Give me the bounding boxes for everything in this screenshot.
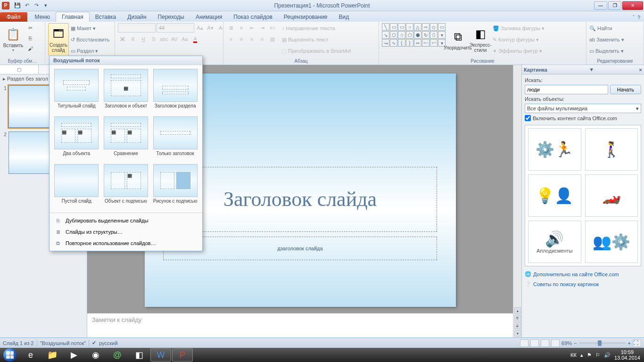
taskpane-dropdown-icon[interactable]: ▾ [590,66,593,73]
reading-view-icon[interactable] [541,339,549,347]
taskbar-explorer-icon[interactable]: 📁 [42,348,63,362]
normal-view-icon[interactable] [520,339,528,347]
bold-icon[interactable]: Ж [118,34,127,44]
start-button[interactable] [0,348,20,362]
clip-item[interactable]: 👥⚙️ [585,221,638,263]
status-language[interactable]: русский [99,340,117,346]
scroll-down-icon[interactable]: ▾ [514,330,521,337]
reuse-slides-item[interactable]: ⧉Повторное использование слайдов… [50,238,202,249]
search-go-button[interactable]: Начать [610,85,641,94]
taskbar-ie-icon[interactable]: e [20,348,41,362]
layout-picture-caption[interactable]: Рисунок с подписью [152,164,198,209]
maximize-button[interactable]: ❐ [608,1,621,10]
tray-flag-icon[interactable]: ▴ [580,352,583,358]
zoom-out-icon[interactable]: − [574,340,577,346]
next-slide-icon[interactable]: ⇊ [514,322,521,329]
line-spacing-icon[interactable]: ≡↕ [268,23,277,33]
shape-effects-button[interactable]: ✦Эффекты фигур ▾ [493,46,545,56]
taskbar-chrome-icon[interactable]: ◉ [85,348,106,362]
layout-comparison[interactable]: ▦▦Сравнение [103,116,149,161]
find-button[interactable]: 🔍Найти [589,23,624,33]
smartart-button[interactable]: ⬚Преобразовать в SmartArt [282,46,351,56]
tab-insert[interactable]: Вставка [90,12,122,22]
tab-home[interactable]: Главная [56,12,90,22]
objects-select[interactable]: Все файлы мультимедиа▾ [525,104,641,113]
italic-icon[interactable]: К [128,34,138,44]
select-button[interactable]: ▭Выделить ▾ [589,46,624,56]
close-button[interactable]: ✕ [622,1,643,10]
paste-button[interactable]: 📋 Вставить ▾ [3,23,24,56]
layout-button[interactable]: ▦Макет ▾ [71,23,109,33]
minimize-button[interactable]: — [594,1,607,10]
tab-design[interactable]: Дизайн [122,12,152,22]
cut-icon[interactable]: ✂ [25,23,35,33]
subtitle-placeholder[interactable]: дзаголовок слайда [163,237,437,260]
layout-content-caption[interactable]: ▦Объект с подписью [103,164,149,209]
layout-two-content[interactable]: ▦▦Два объекта [53,116,100,161]
shadow-icon[interactable]: abc [159,34,169,44]
tray-volume-icon[interactable]: 🔊 [604,352,611,358]
section-button[interactable]: ▭Раздел ▾ [71,46,109,56]
font-color-icon[interactable]: A [190,34,200,44]
redo-icon[interactable]: ↷ [32,1,41,10]
tray-lang[interactable]: КК [570,352,577,358]
tab-file[interactable]: Файл [0,12,27,22]
clip-item[interactable]: 🏎️ [585,174,638,217]
duplicate-slides-item[interactable]: ⎘Дублировать выделенные слайды [50,215,202,226]
grow-font-icon[interactable]: A▴ [195,23,205,33]
strike-icon[interactable]: S [149,34,158,44]
replace-button[interactable]: abЗаменить ▾ [589,34,624,45]
align-right-icon[interactable]: ≡ [247,34,256,44]
ribbon-minimize-icon[interactable]: ˆ [633,15,635,20]
align-text-button[interactable]: ▤Выровнять текст [282,34,351,45]
underline-icon[interactable]: Ч [139,34,148,44]
taskbar-app-icon[interactable]: ◧ [129,348,149,362]
reset-button[interactable]: ↺Восстановить [71,34,109,45]
zoom-value[interactable]: 69% [561,340,572,346]
font-name-combo[interactable] [118,23,156,33]
prev-slide-icon[interactable]: ⇈ [514,315,521,321]
shrink-font-icon[interactable]: A▾ [206,23,215,33]
format-painter-icon[interactable]: 🖌 [25,44,35,53]
inc-indent-icon[interactable]: ⇥ [257,23,267,33]
shape-outline-button[interactable]: ✎Контур фигуры ▾ [493,34,545,45]
tab-slideshow[interactable]: Показ слайдов [228,12,278,22]
layout-title-content[interactable]: ▦Заголовок и объект [103,69,149,114]
office-content-checkbox[interactable]: Включить контент сайта Office.com [525,115,641,121]
slides-tab[interactable]: ▢ [0,65,39,74]
qat-more-icon[interactable]: ▾ [41,1,50,10]
tab-view[interactable]: Вид [333,12,355,22]
font-size-combo[interactable]: 44 [157,23,194,33]
fit-view-icon[interactable]: ⛶ [633,339,641,347]
tray-network-icon[interactable]: ⚑ [587,352,592,358]
taskbar-mail-icon[interactable]: @ [107,348,128,362]
tab-menu[interactable]: Меню [29,12,56,22]
title-placeholder[interactable]: Заголовок слайда [163,167,437,232]
clip-item[interactable]: 🔊Аплодисменты [528,221,581,263]
text-direction-button[interactable]: ↕Направление текста [282,23,351,33]
spellcheck-icon[interactable]: ✔ [92,340,96,346]
tray-action-icon[interactable]: ⚐ [595,352,600,358]
taskbar-media-icon[interactable]: ▶ [64,348,84,362]
change-case-icon[interactable]: Aa [180,34,190,44]
search-tips-link[interactable]: ❔Советы по поиску картинок [525,280,641,288]
sorter-view-icon[interactable] [530,339,539,347]
copy-icon[interactable]: ⎘ [25,33,35,43]
dec-indent-icon[interactable]: ⇤ [247,23,256,33]
taskpane-close-icon[interactable]: × [639,67,642,73]
clip-item[interactable]: 💡👤 [528,174,581,217]
taskbar-powerpoint-icon[interactable]: P [172,348,193,362]
undo-icon[interactable]: ↶ [23,1,31,10]
align-left-icon[interactable]: ≡ [226,34,236,44]
zoom-in-icon[interactable]: + [628,340,631,346]
slides-from-outline-item[interactable]: ≣Слайды из структуры… [50,226,202,238]
numbering-icon[interactable]: ≡ [237,23,246,33]
scroll-up-icon[interactable]: ▴ [514,307,521,314]
layout-title-slide[interactable]: Титульный слайд [53,69,100,114]
notes-pane[interactable]: Заметки к слайду [87,313,513,337]
slideshow-view-icon[interactable] [551,339,560,347]
bullets-icon[interactable]: ≣ [226,23,236,33]
tray-clock[interactable]: 10:5913.04.2014 [614,349,640,361]
shape-fill-button[interactable]: 🪣Заливка фигуры ▾ [493,23,545,33]
arrange-button[interactable]: ⧉ Упорядочить [447,23,468,56]
